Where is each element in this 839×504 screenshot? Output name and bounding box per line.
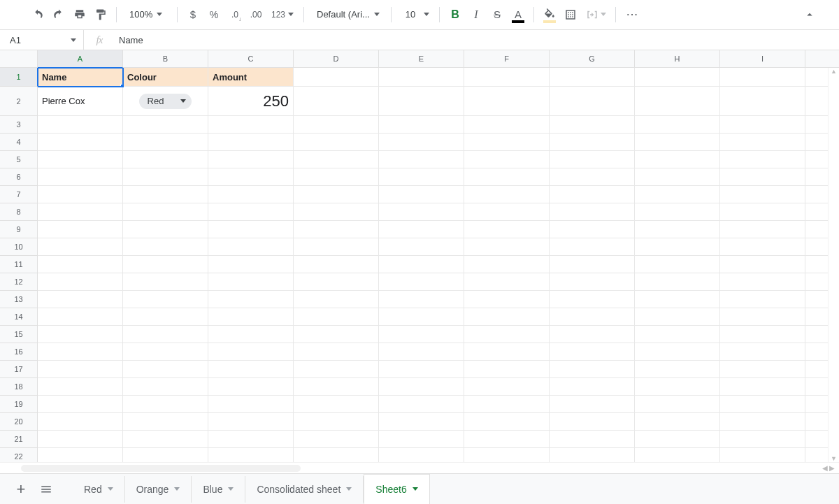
font-size-dropdown[interactable]: 10 [397,5,433,24]
row-header-11[interactable]: 11 [0,256,38,273]
decrease-decimal-button[interactable]: .0↓ [225,5,245,24]
cell[interactable] [464,238,550,256]
cell[interactable] [208,168,294,186]
row-header-21[interactable]: 21 [0,431,38,448]
cell[interactable]: Pierre Cox [38,87,123,116]
currency-button[interactable]: $ [183,5,203,24]
cell[interactable] [208,308,294,326]
cell[interactable] [464,431,550,448]
cell[interactable] [208,378,294,396]
print-button[interactable] [70,5,89,24]
cell[interactable] [379,378,464,396]
cell[interactable] [123,448,208,462]
cell[interactable] [123,116,208,134]
cell[interactable] [123,396,208,413]
cell[interactable] [208,134,294,151]
column-header-A[interactable]: A [38,50,123,68]
row-header-12[interactable]: 12 [0,273,38,291]
cell[interactable] [464,273,550,291]
row-header-14[interactable]: 14 [0,308,38,326]
sheet-tab[interactable]: Blue [192,476,245,503]
cell[interactable] [464,68,550,87]
cell[interactable] [550,203,635,221]
italic-button[interactable]: I [466,5,486,24]
cell[interactable] [294,361,379,378]
cell[interactable] [635,326,720,343]
column-header-C[interactable]: C [208,50,294,68]
more-toolbar-button[interactable]: ··· [622,5,644,24]
cell[interactable] [379,308,464,326]
cell[interactable] [379,151,464,168]
cell[interactable] [635,396,720,413]
cell[interactable] [464,378,550,396]
percent-button[interactable]: % [204,5,224,24]
sheet-tab[interactable]: Red [73,476,125,503]
cell[interactable] [38,221,123,238]
cell[interactable] [550,238,635,256]
cell[interactable] [464,151,550,168]
cell[interactable] [379,291,464,308]
cell[interactable] [635,238,720,256]
cell[interactable] [379,413,464,431]
cell[interactable]: Amount [208,68,294,87]
row-header-5[interactable]: 5 [0,151,38,168]
cell[interactable] [294,326,379,343]
cell[interactable] [208,326,294,343]
fill-color-button[interactable] [540,5,559,24]
cell[interactable] [635,116,720,134]
cell[interactable] [464,256,550,273]
row-header-3[interactable]: 3 [0,116,38,134]
cell[interactable] [720,431,805,448]
font-dropdown[interactable]: Default (Ari... [310,5,385,24]
cell[interactable] [720,203,805,221]
cell[interactable] [38,168,123,186]
cell[interactable] [635,256,720,273]
column-header-H[interactable]: H [635,50,720,68]
cell[interactable] [208,431,294,448]
cell[interactable] [720,308,805,326]
cell[interactable] [379,448,464,462]
dropdown-chip[interactable]: Red [139,94,192,109]
cell[interactable] [464,308,550,326]
name-box[interactable]: A1 [0,30,84,50]
cell[interactable] [635,343,720,361]
row-header-16[interactable]: 16 [0,343,38,361]
cell[interactable] [464,134,550,151]
cell[interactable] [123,186,208,203]
cell[interactable] [123,256,208,273]
formula-input[interactable]: Name [115,35,839,45]
all-sheets-button[interactable] [35,478,57,501]
cell[interactable] [38,134,123,151]
row-header-13[interactable]: 13 [0,291,38,308]
cell[interactable] [550,151,635,168]
cell[interactable] [294,256,379,273]
cell[interactable] [38,396,123,413]
column-header-E[interactable]: E [379,50,464,68]
collapse-toolbar-button[interactable] [800,5,819,24]
cell[interactable] [464,116,550,134]
cell[interactable] [720,343,805,361]
sheet-tab[interactable]: Orange [125,476,192,503]
cell[interactable] [720,273,805,291]
cell[interactable] [294,68,379,87]
column-header-blank[interactable] [805,50,839,68]
cell[interactable] [38,273,123,291]
cell[interactable] [208,116,294,134]
row-header-7[interactable]: 7 [0,186,38,203]
cell[interactable] [635,221,720,238]
merge-cells-button[interactable] [582,5,610,24]
cell[interactable] [550,326,635,343]
cell[interactable] [379,168,464,186]
cell[interactable] [294,378,379,396]
row-header-10[interactable]: 10 [0,238,38,256]
cell[interactable] [379,68,464,87]
sheet-tab[interactable]: Sheet6 [364,474,429,504]
cell[interactable] [294,87,379,116]
cell[interactable] [123,308,208,326]
cell[interactable] [550,273,635,291]
cell[interactable] [550,396,635,413]
cell[interactable] [720,186,805,203]
strikethrough-button[interactable]: S [487,5,507,24]
cell[interactable]: Colour [123,68,208,87]
cell[interactable] [464,361,550,378]
